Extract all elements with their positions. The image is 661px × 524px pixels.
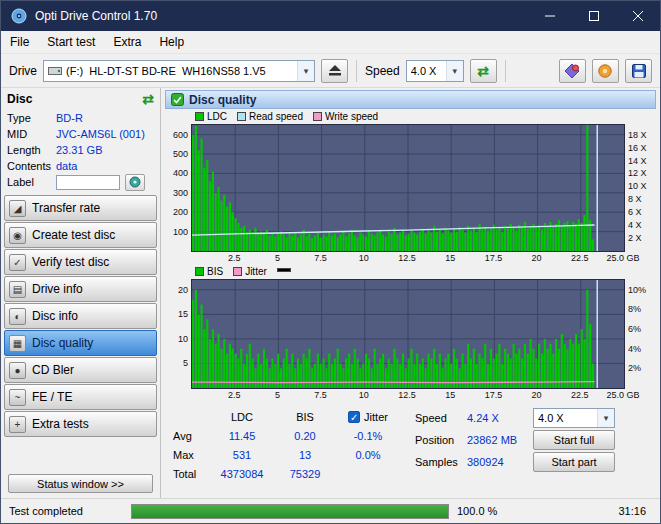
drive-select[interactable]: (F:) HL-DT-ST BD-RE WH16NS58 1.V5 ▾ [43,60,315,82]
legend-bottom-chart: BIS Jitter [165,264,656,279]
sidebar-item-label: Disc info [32,309,78,323]
cd-bler-icon: ● [9,362,26,379]
sidebar-item-disc-info[interactable]: ◐Disc info [4,303,157,329]
statusbar: Test completed 100.0 % 31:16 [1,498,660,523]
chevron-down-icon: ▾ [597,409,614,427]
progress-bar [131,504,449,519]
col-header-bis: BIS [275,411,335,423]
window-title: Opti Drive Control 1.70 [35,9,157,23]
chevron-down-icon: ▾ [446,61,463,81]
jitter-checkbox-label: Jitter [364,411,388,423]
jitter-swatch [233,267,242,276]
start-full-button[interactable]: Start full [533,430,615,450]
disc-quality-icon: ▦ [9,335,26,352]
ldc-x-axis: 2.557.51012.51517.52022.525.0 GB [191,252,625,264]
titlebar[interactable]: Opti Drive Control 1.70 [1,1,660,31]
samples-stat-label: Samples [415,456,467,468]
disc-label-button[interactable] [125,174,145,191]
read-speed-swatch [237,112,246,121]
info-label: Label [4,176,56,188]
bis-plot [191,279,625,389]
legend-label: Read speed [249,111,303,122]
refresh-button[interactable]: ⇄ [470,59,497,83]
info-row-label: Label [4,174,157,190]
page-title: Disc quality [189,93,256,107]
sidebar-item-label: Create test disc [32,228,115,242]
refresh-icon: ⇄ [477,64,489,78]
eject-button[interactable] [321,59,348,83]
avg-ldc: 11.45 [209,430,275,442]
jitter-checkbox[interactable]: ✓ [348,411,360,423]
info-label: MID [4,128,56,140]
save-icon [632,64,646,78]
max-ldc: 531 [209,449,275,461]
sidebar-item-fe-te[interactable]: ~FE / TE [4,384,157,410]
menu-extra[interactable]: Extra [104,32,150,52]
start-part-button[interactable]: Start part [533,452,615,472]
sidebar-nav: ◢Transfer rate ◉Create test disc ✓Verify… [4,194,157,438]
drive-icon [48,65,62,76]
position-stat-value: 23862 MB [467,434,533,446]
status-window-button[interactable]: Status window >> [8,474,153,493]
info-value: BD-R [56,112,83,124]
speed-label: Speed [365,64,400,78]
info-label: Length [4,144,56,156]
samples-stat-value: 380924 [467,456,533,468]
position-stat-label: Position [415,434,467,446]
app-icon [11,8,27,24]
drive-select-value: (F:) HL-DT-ST BD-RE WH16NS58 1.V5 [66,65,266,77]
sidebar-item-extra-tests[interactable]: +Extra tests [4,411,157,437]
menu-file[interactable]: File [1,32,38,52]
rescan-disc-icon[interactable]: ⇄ [142,92,154,106]
disc-panel-title: Disc [7,92,32,106]
save-button[interactable] [625,59,652,83]
close-button[interactable] [616,1,660,31]
info-row-type: Type BD-R [4,110,157,126]
col-header-ldc: LDC [209,411,275,423]
run-controls: Speed 4.24 X 4.0 X ▾ Position 23862 MB S… [415,407,619,496]
drive-label: Drive [9,64,37,78]
sidebar-item-verify-test-disc[interactable]: ✓Verify test disc [4,249,157,275]
disc-label-icon [129,176,141,188]
elapsed-time: 31:16 [618,505,652,517]
marker-swatch [277,268,291,272]
sidebar-item-cd-bler[interactable]: ●CD Bler [4,357,157,383]
maximize-button[interactable] [572,1,616,31]
disc-label-input[interactable] [56,175,120,190]
ldc-chart: 600500400300200100 18 X16 X14 X12 X10 X8… [165,124,656,264]
main-panel: Disc quality LDC Read speed Write speed … [161,88,660,498]
test-speed-select[interactable]: 4.0 X ▾ [533,408,615,428]
total-bis: 75329 [275,468,335,480]
sidebar-item-drive-info[interactable]: ▤Drive info [4,276,157,302]
disc-panel-header: Disc ⇄ [4,90,157,108]
sidebar-item-label: CD Bler [32,363,74,377]
write-tools-button[interactable] [592,59,619,83]
speed-select[interactable]: 4.0 X ▾ [406,60,464,82]
toolbar-separator [505,60,506,82]
ldc-plot [191,124,625,252]
row-label-max: Max [169,449,209,461]
legend-top-chart: LDC Read speed Write speed [165,109,656,124]
menu-help[interactable]: Help [150,32,193,52]
info-row-mid: MID JVC-AMS6L (001) [4,126,157,142]
erase-disc-button[interactable] [559,59,586,83]
row-label-avg: Avg [169,430,209,442]
extra-tests-icon: + [9,416,26,433]
info-value[interactable]: data [56,160,77,172]
sidebar-item-transfer-rate[interactable]: ◢Transfer rate [4,195,157,221]
write-tools-icon [598,64,613,78]
menubar: File Start test Extra Help [1,31,660,54]
menu-start-test[interactable]: Start test [38,32,104,52]
speed-stat-label: Speed [415,412,467,424]
sidebar-item-label: Drive info [32,282,83,296]
legend-label: BIS [207,266,223,277]
write-speed-swatch [313,112,322,121]
sidebar-item-disc-quality[interactable]: ▦Disc quality [4,330,157,356]
page-title-bar: Disc quality [165,90,656,109]
minimize-button[interactable] [528,1,572,31]
avg-bis: 0.20 [275,430,335,442]
sidebar-item-label: Extra tests [32,417,89,431]
toolbar-separator [356,60,357,82]
sidebar-item-create-test-disc[interactable]: ◉Create test disc [4,222,157,248]
avg-jitter: -0.1% [335,430,401,442]
